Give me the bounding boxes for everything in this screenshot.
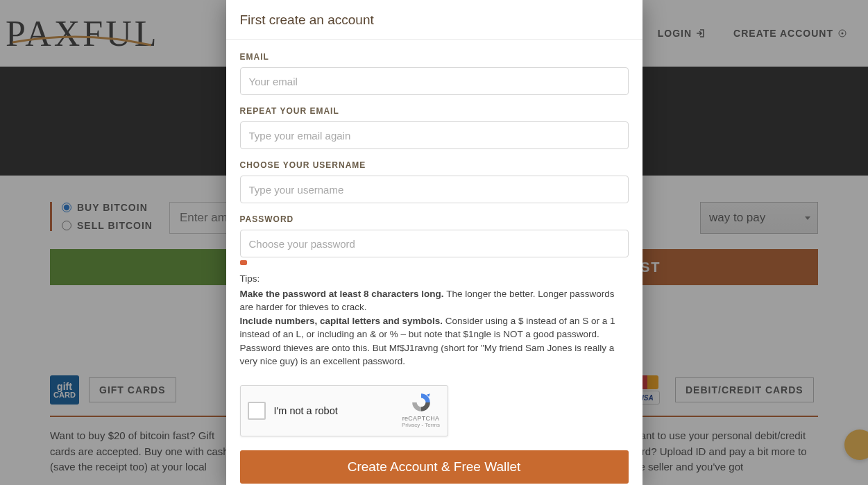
tip-2: Include numbers, capital letters and sym… <box>240 314 629 368</box>
username-label: CHOOSE YOUR USERNAME <box>240 160 629 170</box>
tips-header: Tips: <box>240 272 629 286</box>
create-account-modal: First create an account EMAIL REPEAT YOU… <box>226 0 643 485</box>
password-tips: Tips: Make the password at least 8 chara… <box>240 272 629 368</box>
password-label: PASSWORD <box>240 214 629 224</box>
recaptcha-brand: reCAPTCHA Privacy - Terms <box>402 391 441 428</box>
email-field[interactable] <box>240 67 629 95</box>
modal-title: First create an account <box>226 0 643 40</box>
password-field[interactable] <box>240 230 629 257</box>
recaptcha-checkbox[interactable] <box>248 402 266 420</box>
email-label: EMAIL <box>240 52 629 62</box>
modal-overlay: First create an account EMAIL REPEAT YOU… <box>0 0 868 485</box>
repeat-email-label: REPEAT YOUR EMAIL <box>240 106 629 116</box>
password-strength-bar <box>240 260 247 265</box>
username-field[interactable] <box>240 176 629 203</box>
tip-1: Make the password at least 8 characters … <box>240 287 629 314</box>
recaptcha-links[interactable]: Privacy - Terms <box>402 422 441 428</box>
create-account-button[interactable]: Create Account & Free Wallet <box>240 450 629 484</box>
recaptcha-label: I'm not a robot <box>274 405 338 416</box>
repeat-email-field[interactable] <box>240 121 629 149</box>
recaptcha-icon <box>409 391 433 414</box>
recaptcha: I'm not a robot reCAPTCHA Privacy - Term… <box>240 385 448 436</box>
